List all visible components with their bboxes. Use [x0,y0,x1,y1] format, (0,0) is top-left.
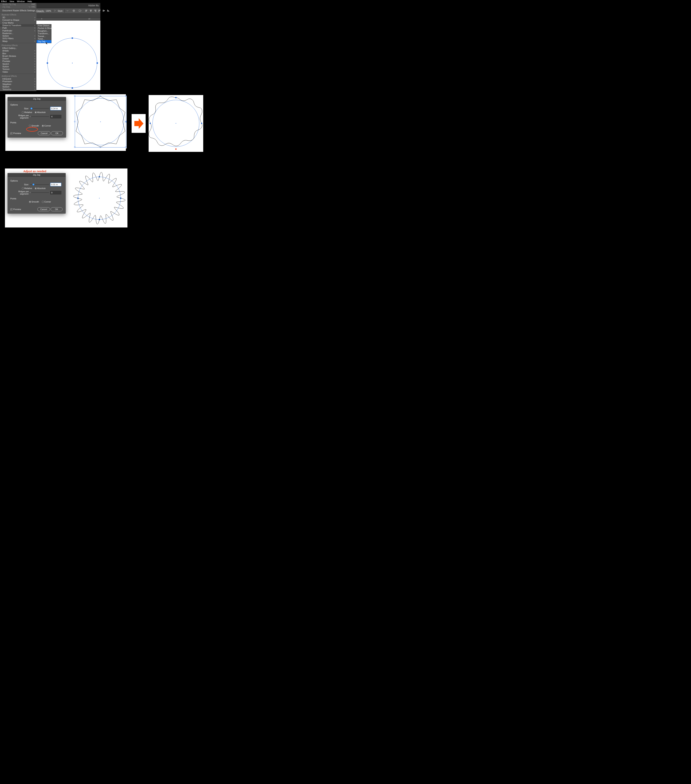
radio-relative[interactable]: Relative [22,187,32,189]
svg-rect-11 [104,10,104,11]
points-heading: Points [10,121,63,124]
svg-rect-10 [103,10,104,12]
align-left-icon[interactable] [85,9,88,13]
menu-stylism[interactable]: Stylism [0,86,36,88]
align-top-icon[interactable] [98,9,101,13]
style-swatch[interactable] [64,9,65,13]
cancel-button[interactable]: Cancel [38,131,51,135]
svg-rect-9 [100,10,100,11]
svg-rect-8 [99,10,99,12]
menu-effect[interactable]: Effect [1,0,7,3]
menu-help[interactable]: Help [28,0,32,3]
menu-brush-strokes[interactable]: Brush Strokes [0,55,36,58]
ok-button[interactable]: OK [51,207,63,211]
selection-handle[interactable] [47,63,48,64]
submenu-distort-transform: Free Distort... Pucker & Bloat... Roughe… [36,24,51,43]
align-vcenter-icon[interactable] [102,9,105,13]
align-dropdown-icon[interactable] [79,9,82,13]
ok-button[interactable]: OK [51,131,63,135]
menu-convert-to-shape[interactable]: Convert to Shape [0,19,36,21]
radio-absolute[interactable]: Absolute [35,187,46,189]
menu-rasterize[interactable]: Rasterize... [0,32,36,35]
svg-rect-13 [108,10,109,11]
menu-sketch[interactable]: Sketch [0,63,36,65]
menu-video[interactable]: Video [0,71,36,73]
submenu-roughen[interactable]: Roughen... [36,30,51,32]
menu-last-effect[interactable]: Zig Zag...⌥⇧⌘E [0,5,36,8]
radio-corner[interactable]: Corner [42,125,51,127]
selection-handle[interactable] [97,63,98,64]
submenu-tweak[interactable]: Tweak... [36,35,51,38]
size-input[interactable] [50,107,61,110]
menu-phantasm[interactable]: Phantasm [0,80,36,83]
preview-checkbox[interactable]: Preview [10,208,21,211]
align-right-icon[interactable] [94,9,97,13]
menu-pixelate[interactable]: Pixelate [0,60,36,63]
size-input[interactable] [50,183,61,186]
size-slider[interactable] [30,108,49,109]
menu-pathfinder[interactable]: Pathfinder [0,29,36,32]
menu-texturino[interactable]: Texturino [0,88,36,91]
cancel-button[interactable]: Cancel [38,207,50,211]
menu-crop-marks[interactable]: Crop Marks [0,21,36,24]
ridges-input[interactable] [50,115,61,119]
submenu-twist[interactable]: Twist... [36,38,51,40]
menu-artistic[interactable]: Artistic [0,49,36,52]
menu-distort-transform[interactable]: Distort & Transform [0,24,36,27]
menu-stylize-ai[interactable]: Stylize [0,35,36,37]
svg-rect-12 [107,10,108,11]
radio-smooth[interactable]: Smooth [29,201,39,203]
menu-warp[interactable]: Warp [0,40,36,43]
size-slider[interactable] [30,184,49,185]
menu-apply-last[interactable]: Apply Zig Zag⇧⌘E [0,3,36,5]
panel-dialog-corner: Zig Zag Options Size: Relative Absolute … [5,94,126,151]
svg-rect-4 [90,10,92,10]
submenu-zig-zag[interactable]: Zig Zag... [36,40,51,43]
os-menubar: Effect View Window Help [0,0,100,3]
opacity-value[interactable]: 100% [46,10,52,12]
size-label: Size: [10,107,29,110]
chevron-down-icon[interactable] [66,9,69,13]
panel-result-smooth [149,95,203,152]
zigzag-dialog: Zig Zag Options Size: Relative Absolute … [8,97,66,138]
menu-distort-ps[interactable]: Distort [0,58,36,60]
menu-doc-raster-settings[interactable]: Document Raster Effects Settings... [0,9,36,12]
menu-view[interactable]: View [10,0,14,3]
ruler-mark: 10 [88,18,90,20]
menu-stylize-ps[interactable]: Stylize [0,65,36,68]
dialog-title: Zig Zag [8,173,66,177]
svg-rect-22 [201,123,202,124]
selection-handle[interactable] [72,87,73,89]
submenu-transform[interactable]: Transform... [36,32,51,35]
menu-texture[interactable]: Texture [0,68,36,71]
preview-checkbox[interactable]: Preview [10,132,21,134]
menu-inkquest[interactable]: InkQuest [0,77,36,80]
menu-blur[interactable]: Blur [0,52,36,54]
size-label: Size: [10,183,29,186]
radio-relative[interactable]: Relative [22,111,32,114]
radio-absolute[interactable]: Absolute [35,111,46,114]
ridges-label: Ridges per segment: [10,190,29,195]
align-hcenter-icon[interactable] [89,9,92,13]
ridges-slider[interactable] [30,117,49,117]
menu-stipplism[interactable]: Stipplism [0,83,36,85]
radio-corner[interactable]: Corner [42,201,51,203]
chevron-right-icon[interactable] [53,9,57,13]
selection-handle[interactable] [72,38,73,39]
svg-rect-23 [175,148,176,150]
radio-smooth[interactable]: Smooth [29,125,39,127]
ridges-slider[interactable] [30,193,49,193]
zigzag-shape-wavy [72,170,126,226]
globe-icon[interactable] [72,9,76,13]
menu-svg-filters[interactable]: SVG Filters [0,37,36,40]
menu-effect-gallery[interactable]: Effect Gallery... [0,47,36,49]
menu-window[interactable]: Window [17,0,25,3]
menu-3d[interactable]: 3D [0,16,36,19]
menu-path[interactable]: Path [0,27,36,29]
align-bottom-icon[interactable] [107,9,110,13]
ridges-input[interactable] [50,191,61,194]
submenu-pucker-bloat[interactable]: Pucker & Bloat... [36,27,51,30]
svg-rect-20 [175,97,176,98]
svg-rect-21 [150,123,151,124]
submenu-free-distort[interactable]: Free Distort... [36,24,51,27]
